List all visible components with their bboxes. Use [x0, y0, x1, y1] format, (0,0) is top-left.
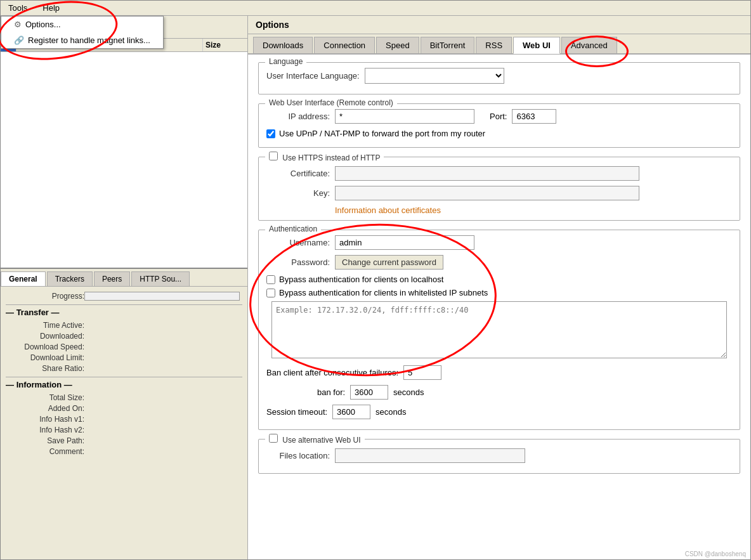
detail-tabs: General Trackers Peers HTTP Sou...: [1, 269, 247, 287]
password-label: Password:: [266, 257, 330, 267]
cert-info-link[interactable]: Information about certificates: [335, 205, 441, 215]
help-menu[interactable]: Help: [37, 2, 65, 14]
ban-for-row: ban for: seconds: [266, 385, 732, 400]
bypass-whitelist-label: Bypass authentication for clients in whi…: [279, 288, 488, 297]
gear-icon: ⚙: [14, 20, 22, 29]
files-location-row: Files location:: [266, 448, 732, 463]
key-input[interactable]: [335, 186, 639, 200]
tab-bittorrent[interactable]: BitTorrent: [421, 37, 475, 53]
auth-legend: Authentication: [265, 225, 321, 233]
information-section-header: — Information —: [6, 377, 242, 389]
bypass-localhost-checkbox[interactable]: [266, 275, 275, 284]
language-row: User Interface Language:: [266, 68, 732, 84]
magnet-menu-item[interactable]: 🔗 Register to handle magnet links...: [1, 32, 163, 48]
progress-row: Progress:: [6, 292, 242, 301]
username-label: Username:: [266, 238, 330, 247]
tab-advanced[interactable]: Advanced: [561, 37, 617, 53]
password-row: Password: Change current password: [266, 255, 732, 270]
upnp-label: Use UPnP / NAT-PMP to forward the port f…: [279, 129, 485, 138]
options-title: Options: [248, 16, 750, 34]
tab-trackers[interactable]: Trackers: [47, 271, 93, 286]
options-panel: Options Downloads Connection Speed BitTo…: [248, 16, 750, 559]
total-size-row: Total Size:: [6, 393, 242, 402]
info-hash-v2-row: Info Hash v2:: [6, 426, 242, 434]
progress-bar: [84, 292, 240, 301]
ban-duration-input[interactable]: [350, 385, 388, 400]
ban-label: Ban client after consecutive failures:: [266, 368, 398, 377]
torrent-details-panel: General Trackers Peers HTTP Sou... Progr…: [1, 268, 247, 559]
tab-general[interactable]: General: [1, 271, 46, 286]
ban-seconds-label: seconds: [393, 387, 424, 397]
tab-rss[interactable]: RSS: [476, 37, 512, 53]
ip-row: IP address: Port:: [266, 109, 732, 124]
session-timeout-input[interactable]: [332, 405, 370, 419]
comment-row: Comment:: [6, 447, 242, 456]
options-content: Language User Interface Language: Web Us…: [248, 55, 750, 559]
language-legend: Language: [265, 57, 306, 66]
download-speed-row: Download Speed:: [6, 342, 242, 351]
session-timeout-row: Session timeout: seconds: [266, 405, 732, 419]
added-on-row: Added On:: [6, 404, 242, 413]
torrent-table[interactable]: [1, 52, 247, 268]
tab-speed[interactable]: Speed: [376, 37, 419, 53]
tab-peers[interactable]: Peers: [94, 271, 130, 286]
options-tabs: Downloads Connection Speed BitTorrent RS…: [248, 34, 750, 55]
tools-menu[interactable]: Tools: [3, 2, 32, 14]
bypass-localhost-row: Bypass authentication for clients on loc…: [266, 275, 732, 284]
tab-downloads[interactable]: Downloads: [253, 37, 313, 53]
ip-input[interactable]: [335, 109, 474, 124]
change-password-button[interactable]: Change current password: [335, 255, 443, 270]
tab-webui[interactable]: Web UI: [513, 37, 560, 54]
certificate-input[interactable]: [335, 166, 639, 181]
session-timeout-label: Session timeout:: [266, 407, 327, 417]
certificate-label: Certificate:: [266, 169, 330, 178]
session-seconds-label: seconds: [376, 407, 406, 417]
port-input[interactable]: [512, 109, 556, 124]
https-section: Use HTTPS instead of HTTP Certificate: K…: [258, 157, 740, 221]
alt-webui-checkbox[interactable]: [269, 434, 278, 443]
info-hash-v1-row: Info Hash v1:: [6, 415, 242, 424]
webui-legend: Web User Interface (Remote control): [265, 98, 397, 107]
key-row: Key:: [266, 186, 732, 200]
transfer-section-header: — Transfer —: [6, 304, 242, 317]
username-input[interactable]: [335, 235, 474, 250]
bypass-localhost-label: Bypass authentication for clients on loc…: [279, 275, 443, 284]
ip-label: IP address:: [266, 112, 330, 121]
tab-http-sources[interactable]: HTTP Sou...: [131, 271, 190, 286]
save-path-row: Save Path:: [6, 436, 242, 445]
language-label: User Interface Language:: [266, 71, 360, 81]
auth-section: Authentication Username: Password: Chang…: [258, 230, 740, 430]
language-select[interactable]: [365, 68, 504, 84]
ban-for-label: ban for:: [317, 387, 345, 397]
ban-failures-row: Ban client after consecutive failures:: [266, 365, 732, 380]
ban-failures-input[interactable]: [403, 365, 441, 380]
bypass-whitelist-checkbox[interactable]: [266, 289, 275, 297]
webui-section: Web User Interface (Remote control) IP a…: [258, 103, 740, 148]
key-label: Key:: [266, 188, 330, 198]
tab-connection[interactable]: Connection: [314, 37, 375, 53]
port-label: Port:: [490, 112, 507, 121]
files-location-input[interactable]: [335, 448, 525, 463]
alt-webui-section: Use alternative Web UI Files location:: [258, 439, 740, 474]
downloaded-row: Downloaded:: [6, 332, 242, 341]
https-legend: Use HTTPS instead of HTTP: [265, 152, 384, 162]
options-menu-item[interactable]: ⚙ Options...: [1, 16, 163, 32]
col-size-header: Size: [203, 39, 247, 51]
progress-label: Progress:: [8, 292, 84, 301]
share-ratio-row: Share Ratio:: [6, 364, 242, 373]
bypass-whitelist-row: Bypass authentication for clients in whi…: [266, 288, 732, 297]
upnp-row: Use UPnP / NAT-PMP to forward the port f…: [266, 129, 732, 138]
https-checkbox[interactable]: [269, 152, 278, 160]
time-active-row: Time Active:: [6, 321, 242, 330]
menu-bar: Tools Help: [1, 1, 750, 16]
files-location-label: Files location:: [266, 451, 330, 460]
language-section: Language User Interface Language:: [258, 62, 740, 94]
username-row: Username:: [266, 235, 732, 250]
alt-webui-legend: Use alternative Web UI: [265, 434, 365, 445]
ip-whitelist-textarea[interactable]: [271, 301, 727, 358]
watermark: CSDN @danboshenq: [685, 550, 746, 557]
magnet-icon: 🔗: [14, 36, 24, 45]
upnp-checkbox[interactable]: [266, 129, 275, 138]
certificate-row: Certificate:: [266, 166, 732, 181]
tools-dropdown: ⚙ Options... 🔗 Register to handle magnet…: [1, 16, 164, 49]
